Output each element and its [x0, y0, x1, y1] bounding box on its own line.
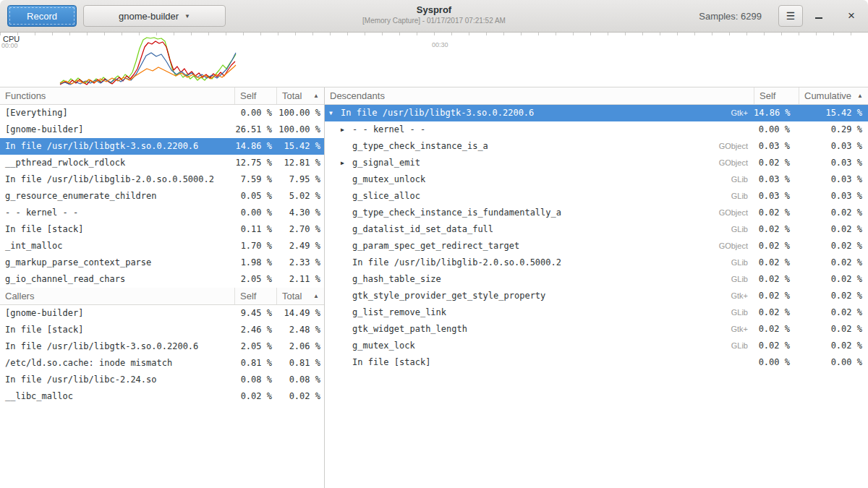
- column-header-self[interactable]: Self: [754, 87, 799, 104]
- self-percent: 0.02 %: [754, 338, 799, 354]
- close-button[interactable]: ×: [842, 7, 861, 25]
- table-row[interactable]: g_hash_table_sizeGLib0.02 %0.02 %: [325, 271, 868, 288]
- table-row[interactable]: __pthread_rwlock_rdlock12.75 %12.81 %: [0, 155, 324, 171]
- column-header-cumulative[interactable]: Cumulative ▲: [799, 87, 868, 104]
- self-percent: 9.45 %: [234, 305, 276, 322]
- library-category-label: GLib: [703, 304, 754, 321]
- self-percent: 0.02 %: [754, 288, 799, 304]
- table-row[interactable]: g_mutex_unlockGLib0.03 %0.03 %: [325, 171, 868, 188]
- table-row[interactable]: g_mutex_lockGLib0.02 %0.02 %: [325, 338, 868, 354]
- column-header-total-label: Total: [282, 291, 302, 301]
- titlebar-title-block: Sysprof [Memory Capture] - 01/17/2017 07…: [362, 4, 506, 25]
- cumulative-percent: 0.02 %: [799, 221, 868, 238]
- cumulative-percent: 0.29 %: [799, 121, 868, 138]
- cumulative-percent: 0.02 %: [799, 205, 868, 221]
- self-percent: 0.08 %: [234, 372, 276, 388]
- minimize-button[interactable]: [809, 7, 828, 25]
- table-row[interactable]: __libc_malloc0.02 %0.02 %: [0, 388, 324, 405]
- menu-button[interactable]: ☰: [778, 5, 803, 27]
- column-header-self[interactable]: Self: [234, 87, 276, 104]
- self-percent: 0.02 %: [754, 238, 799, 254]
- self-percent: 0.02 %: [234, 388, 276, 405]
- table-row[interactable]: ▶g_signal_emitGObject0.02 %0.03 %: [325, 155, 868, 171]
- column-header-functions[interactable]: Functions: [0, 87, 234, 104]
- cumulative-percent: 0.02 %: [799, 288, 868, 304]
- table-row[interactable]: In file /usr/lib/libc-2.24.so0.08 %0.08 …: [0, 372, 324, 388]
- function-name: g_mutex_unlock: [352, 171, 703, 188]
- callers-table: [gnome-builder]9.45 %14.49 %In file [sta…: [0, 305, 324, 405]
- function-name: g_list_remove_link: [352, 304, 703, 321]
- table-row[interactable]: g_param_spec_get_redirect_targetGObject0…: [325, 238, 868, 254]
- table-row[interactable]: g_list_remove_linkGLib0.02 %0.02 %: [325, 304, 868, 321]
- process-selector-label: gnome-builder: [119, 11, 179, 22]
- table-row[interactable]: ▼In file /usr/lib/libgtk-3.so.0.2200.6Gt…: [325, 105, 868, 121]
- table-row[interactable]: /etc/ld.so.cache: inode mismatch0.81 %0.…: [0, 355, 324, 372]
- sort-ascending-icon: ▲: [853, 93, 863, 99]
- table-row[interactable]: g_type_check_instance_is_aGObject0.03 %0…: [325, 138, 868, 155]
- total-percent: 100.00 %: [276, 105, 324, 121]
- table-row[interactable]: gtk_style_provider_get_style_propertyGtk…: [325, 288, 868, 304]
- table-row[interactable]: g_io_channel_read_chars2.05 %2.11 %: [0, 271, 324, 288]
- total-percent: 7.95 %: [276, 171, 324, 188]
- function-name: [gnome-builder]: [0, 121, 234, 138]
- self-percent: 0.02 %: [754, 221, 799, 238]
- table-row[interactable]: [Everything]0.00 %100.00 %: [0, 105, 324, 121]
- self-percent: 7.59 %: [234, 171, 276, 188]
- table-row[interactable]: ▶- - kernel - -0.00 %0.29 %: [325, 121, 868, 138]
- self-percent: 0.81 %: [234, 355, 276, 372]
- function-name: _int_malloc: [0, 238, 234, 254]
- table-row[interactable]: g_datalist_id_set_data_fullGLib0.02 %0.0…: [325, 221, 868, 238]
- column-header-callers[interactable]: Callers: [0, 288, 234, 304]
- table-row[interactable]: gtk_widget_path_lengthGtk+0.02 %0.02 %: [325, 321, 868, 338]
- table-row[interactable]: In file /usr/lib/libglib-2.0.so.0.5000.2…: [0, 171, 324, 188]
- table-row[interactable]: g_markup_parse_context_parse1.98 %2.33 %: [0, 254, 324, 271]
- column-header-self[interactable]: Self: [234, 288, 276, 304]
- self-percent: 0.03 %: [754, 138, 799, 155]
- function-name: g_signal_emit: [352, 155, 703, 171]
- expander-expanded-icon[interactable]: ▼: [329, 105, 341, 121]
- cumulative-percent: 0.03 %: [799, 138, 868, 155]
- functions-table-header: Functions Self Total ▲: [0, 87, 324, 105]
- table-row[interactable]: g_resource_enumerate_children0.05 %5.02 …: [0, 188, 324, 205]
- self-percent: 0.03 %: [754, 188, 799, 205]
- table-row[interactable]: _int_malloc1.70 %2.49 %: [0, 238, 324, 254]
- function-name: [gnome-builder]: [0, 305, 234, 322]
- table-row[interactable]: [gnome-builder]9.45 %14.49 %: [0, 305, 324, 322]
- table-row[interactable]: In file /usr/lib/libgtk-3.so.0.2200.614.…: [0, 138, 324, 155]
- table-row[interactable]: - - kernel - -0.00 %4.30 %: [0, 205, 324, 221]
- record-button[interactable]: Record: [7, 5, 77, 27]
- sort-ascending-icon: ▲: [309, 93, 319, 99]
- library-category-label: Gtk+: [703, 105, 754, 121]
- timeline-mid-label: 00:30: [432, 41, 448, 48]
- self-percent: 26.51 %: [234, 121, 276, 138]
- self-percent: 0.00 %: [754, 354, 799, 371]
- column-header-total[interactable]: Total ▲: [276, 87, 324, 104]
- function-name: g_resource_enumerate_children: [0, 188, 234, 205]
- table-row[interactable]: g_type_check_instance_is_fundamentally_a…: [325, 205, 868, 221]
- table-row[interactable]: [gnome-builder]26.51 %100.00 %: [0, 121, 324, 138]
- table-row[interactable]: In file /usr/lib/libgtk-3.so.0.2200.62.0…: [0, 338, 324, 355]
- table-row[interactable]: In file [stack]0.00 %0.00 %: [325, 354, 868, 371]
- process-selector-dropdown[interactable]: gnome-builder ▼: [83, 5, 226, 27]
- cpu-graph[interactable]: CPU 00:00 00:30: [0, 33, 868, 87]
- self-percent: 14.86 %: [754, 105, 799, 121]
- table-row[interactable]: In file [stack]0.11 %2.70 %: [0, 221, 324, 238]
- table-row[interactable]: In file [stack]2.46 %2.48 %: [0, 322, 324, 338]
- cpu-core-orange-line: [60, 65, 236, 84]
- expander-collapsed-icon[interactable]: ▶: [341, 155, 352, 171]
- column-header-descendants[interactable]: Descendants: [325, 87, 754, 104]
- left-panel: Functions Self Total ▲ [Everything]0.00 …: [0, 87, 325, 488]
- self-percent: 0.00 %: [234, 205, 276, 221]
- cumulative-percent: 0.02 %: [799, 254, 868, 271]
- self-percent: 2.05 %: [234, 338, 276, 355]
- total-percent: 2.49 %: [276, 238, 324, 254]
- minimize-icon: [815, 17, 822, 19]
- table-row[interactable]: g_slice_allocGLib0.03 %0.03 %: [325, 188, 868, 205]
- expander-collapsed-icon[interactable]: ▶: [341, 121, 352, 138]
- total-percent: 100.00 %: [276, 121, 324, 138]
- library-category-label: Gtk+: [703, 321, 754, 338]
- library-category-label: GLib: [703, 271, 754, 288]
- column-header-total[interactable]: Total ▲: [276, 288, 324, 304]
- function-name: In file [stack]: [0, 221, 234, 238]
- table-row[interactable]: In file /usr/lib/libglib-2.0.so.0.5000.2…: [325, 254, 868, 271]
